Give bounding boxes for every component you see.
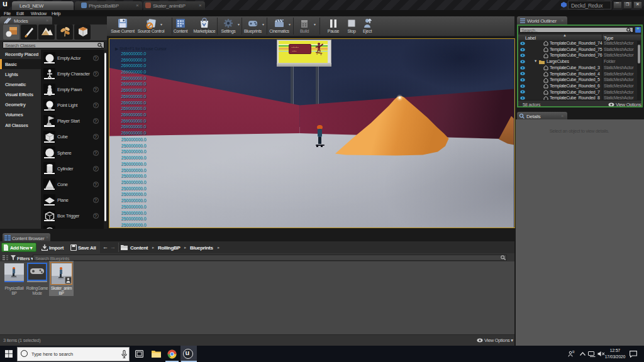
svg-text:R: R [572,351,575,354]
